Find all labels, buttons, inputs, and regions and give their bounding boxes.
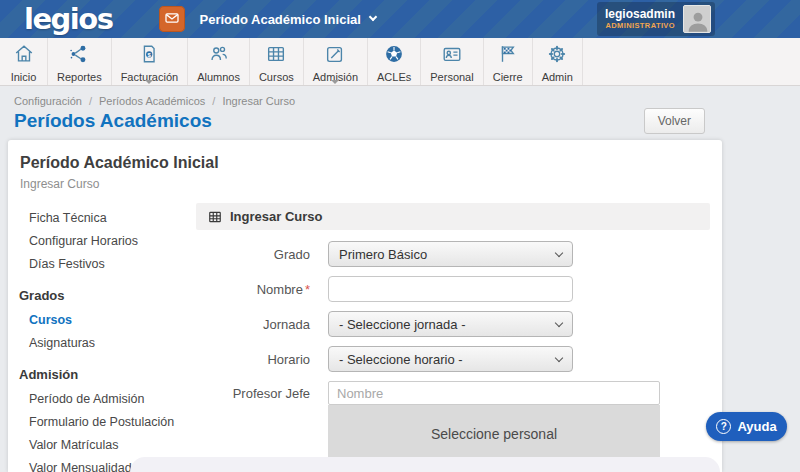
menu-item-ficha-tecnica[interactable]: Ficha Técnica [8, 207, 196, 230]
user-name: legiosadmin [605, 8, 675, 21]
menu-item-periodo-de-admision[interactable]: Período de Admisión [8, 388, 196, 411]
nav-item-acles[interactable]: ACLEs [368, 38, 421, 85]
back-button[interactable]: Volver [644, 108, 705, 134]
menu-item-asignaturas[interactable]: Asignaturas [8, 332, 196, 355]
user-info: legiosadmin ADMINISTRATIVO [605, 8, 675, 31]
id-badge-icon [441, 43, 463, 69]
grado-select-value: Primero Básico [339, 247, 556, 262]
nav-item-facturacion[interactable]: $ Facturación [112, 38, 188, 85]
nav-item-inicio[interactable]: Inicio [0, 38, 48, 85]
chevron-down-icon [555, 248, 563, 256]
nombre-label-text: Nombre [257, 282, 303, 297]
checkered-flag-icon [497, 43, 519, 69]
nav-item-label: Cierre [493, 71, 523, 83]
reports-icon [68, 43, 90, 69]
form-section-header: Ingresar Curso [196, 203, 710, 230]
grado-label: Grado [196, 247, 310, 262]
personal-dropdown-message: Seleccione personal [431, 426, 557, 442]
nav-item-label: Inicio [11, 71, 37, 83]
menu-item-valor-matriculas[interactable]: Valor Matrículas [8, 434, 196, 457]
horario-label: Horario [196, 352, 310, 367]
help-button[interactable]: ? Ayuda [706, 412, 787, 441]
chevron-down-icon [331, 80, 339, 84]
nav-item-label: Cursos [259, 71, 294, 83]
nav-item-admision[interactable]: Admisión [304, 38, 368, 85]
question-icon: ? [716, 419, 731, 434]
app-logo[interactable]: legios [24, 2, 113, 36]
profesor-jefe-label: Profesor Jefe [196, 381, 310, 401]
nav-item-label: Admin [542, 71, 573, 83]
settings-menu: Ficha Técnica Configurar Horarios Días F… [8, 203, 196, 472]
breadcrumb-configuracion[interactable]: Configuración [14, 95, 82, 107]
horario-select-value: - Seleccione horario - [339, 352, 556, 367]
menu-item-cursos[interactable]: Cursos [8, 309, 196, 332]
user-role: ADMINISTRATIVO [605, 21, 675, 31]
breadcrumb: Configuración/Períodos Académicos/Ingres… [14, 95, 295, 107]
nav-item-alumnos[interactable]: Alumnos [188, 38, 250, 85]
card-subtitle: Ingresar Curso [20, 177, 710, 191]
nav-item-label: Alumnos [197, 71, 240, 83]
grid-icon [265, 43, 287, 69]
gear-icon [546, 43, 568, 69]
menu-section-grados: Grados [8, 276, 196, 309]
main-nav: Inicio Facturación Reportes $ Facturació… [0, 38, 800, 86]
invoice-icon: $ [138, 43, 160, 69]
menu-item-configurar-horarios[interactable]: Configurar Horarios [8, 230, 196, 253]
horario-select[interactable]: - Seleccione horario - [328, 346, 573, 372]
nav-item-admin[interactable]: Admin [533, 38, 583, 85]
students-icon [208, 43, 230, 69]
jornada-select[interactable]: - Seleccione jornada - [328, 311, 573, 337]
ingresar-curso-form: Ingresar Curso Grado Primero Básico Nomb… [196, 203, 710, 472]
nav-item-cursos[interactable]: Cursos [250, 38, 304, 85]
page-header: Configuración/Períodos Académicos/Ingres… [0, 86, 800, 140]
personal-dropdown-panel[interactable]: Seleccione personal [328, 405, 660, 462]
help-button-label: Ayuda [737, 419, 776, 434]
home-icon [13, 43, 35, 69]
nombre-label: Nombre* [196, 282, 310, 297]
chevron-down-icon [555, 353, 563, 361]
nav-item-label: Reportes [57, 71, 102, 83]
jornada-select-value: - Seleccione jornada - [339, 317, 556, 332]
chevron-down-icon [555, 318, 563, 326]
period-selector[interactable]: Período Académico Inicial [200, 12, 376, 27]
nav-item-personal[interactable]: Personal [421, 38, 483, 85]
card-header: Período Académico Inicial Ingresar Curso [8, 140, 722, 191]
menu-section-admision: Admisión [8, 355, 196, 388]
envelope-icon [163, 9, 181, 30]
breadcrumb-separator: / [212, 95, 215, 107]
nav-item-cierre[interactable]: Cierre [484, 38, 533, 85]
required-asterisk: * [305, 282, 310, 297]
messages-button[interactable] [159, 6, 185, 32]
form-section-title: Ingresar Curso [230, 209, 322, 224]
period-selector-label: Período Académico Inicial [200, 12, 361, 27]
breadcrumb-separator: / [89, 95, 92, 107]
breadcrumb-ingresar-curso[interactable]: Ingresar Curso [222, 95, 295, 107]
menu-item-dias-festivos[interactable]: Días Festivos [8, 253, 196, 276]
nav-item-label: ACLEs [377, 71, 411, 83]
breadcrumb-periodos-academicos[interactable]: Períodos Académicos [99, 95, 205, 107]
table-icon [208, 210, 222, 224]
menu-item-formulario-de-postulacion[interactable]: Formulario de Postulación [8, 411, 196, 434]
bottom-sheet-edge [130, 457, 720, 472]
page-title: Períodos Académicos [14, 110, 212, 132]
content-card: Período Académico Inicial Ingresar Curso… [8, 140, 722, 472]
nombre-input[interactable] [328, 276, 573, 302]
user-menu[interactable]: legiosadmin ADMINISTRATIVO [597, 2, 715, 36]
avatar [683, 5, 711, 33]
profesor-jefe-input[interactable] [328, 381, 660, 405]
chevron-down-icon [369, 13, 377, 21]
grado-select[interactable]: Primero Básico [328, 241, 573, 267]
topbar: legios Período Académico Inicial legiosa… [0, 0, 800, 38]
card-title: Período Académico Inicial [20, 154, 710, 172]
chevron-down-icon [145, 80, 153, 84]
nav-item-reportes[interactable]: Facturación Reportes [48, 38, 112, 85]
nav-item-label: Personal [430, 71, 473, 83]
pencil-square-icon [324, 43, 346, 69]
jornada-label: Jornada [196, 317, 310, 332]
soccer-ball-icon [383, 43, 405, 69]
